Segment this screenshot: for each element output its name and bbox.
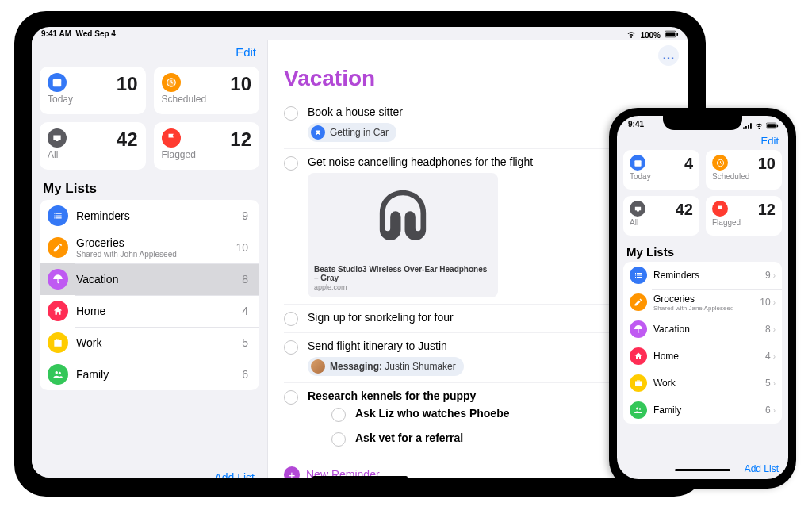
list-row-work[interactable]: Work 5›: [623, 370, 782, 397]
iphone-home-indicator: [675, 469, 730, 471]
add-list-button[interactable]: Add List: [40, 466, 259, 478]
list-row-home[interactable]: Home 4›: [623, 343, 782, 370]
checkbox[interactable]: [331, 432, 346, 447]
reminder-title: Sign up for snorkeling for four: [308, 311, 454, 324]
chevron-right-icon: ›: [773, 379, 776, 388]
svg-rect-14: [767, 124, 776, 128]
attachment-caption: Beats Studio3 Wireless Over-Ear Headphon…: [314, 265, 492, 282]
card-scheduled-label: Scheduled: [162, 94, 207, 105]
umbrella-icon: [630, 320, 647, 338]
list-count: 5: [765, 378, 771, 389]
clock-icon: [712, 155, 728, 171]
card-scheduled[interactable]: Scheduled 10: [154, 67, 260, 114]
list-row-groceries[interactable]: GroceriesShared with Jane Appleseed 10›: [623, 289, 782, 316]
svg-rect-1: [665, 32, 675, 36]
list-row-vacation[interactable]: Vacation 8›: [623, 316, 782, 343]
edit-button[interactable]: Edit: [236, 40, 259, 60]
list-icon: [630, 267, 647, 284]
pencil-icon: [48, 237, 68, 258]
people-icon: [48, 364, 68, 385]
link-attachment[interactable]: Beats Studio3 Wireless Over-Ear Headphon…: [308, 173, 498, 297]
card-flagged[interactable]: Flagged 12: [706, 196, 782, 236]
card-all[interactable]: All 42: [623, 196, 699, 236]
reminder-title: Get noise cancelling headphones for the …: [308, 155, 533, 168]
more-button[interactable]: …: [658, 45, 679, 66]
checkbox[interactable]: [284, 312, 298, 326]
add-list-button[interactable]: Add List: [623, 460, 782, 476]
list-subtitle: Shared with Jane Appleseed: [653, 305, 760, 312]
svg-point-8: [59, 372, 61, 374]
location-chip[interactable]: Getting in Car: [308, 123, 396, 142]
chevron-right-icon: ›: [773, 352, 776, 361]
card-scheduled-count: 10: [758, 155, 776, 173]
list-name: Family: [653, 405, 765, 416]
svg-rect-2: [676, 33, 678, 36]
list-subtitle: Shared with John Appleseed: [76, 250, 236, 259]
svg-rect-11: [748, 125, 749, 129]
ellipsis-icon: …: [662, 48, 675, 63]
card-all[interactable]: All 42: [40, 122, 146, 170]
briefcase-icon: [48, 332, 68, 353]
list-row-home[interactable]: Home 4: [40, 295, 259, 327]
mylists-container: Reminders 9 GroceriesShared with John Ap…: [40, 200, 259, 390]
svg-point-7: [56, 371, 59, 374]
list-name: Reminders: [653, 270, 765, 281]
ipad-device-frame: 9:41 AM Wed Sep 4 100% Edit Today 10: [14, 11, 706, 497]
checkbox[interactable]: [284, 340, 298, 355]
calendar-icon: [48, 73, 67, 92]
list-row-vacation[interactable]: Vacation 8: [40, 263, 259, 295]
card-all-count: 42: [117, 128, 138, 151]
clock-icon: [162, 73, 181, 92]
car-icon: [311, 125, 325, 140]
messaging-chip[interactable]: Messaging: Justin Shumaker: [308, 357, 464, 376]
list-row-reminders[interactable]: Reminders 9: [40, 200, 259, 232]
list-row-family[interactable]: Family 6›: [623, 397, 782, 424]
checkbox[interactable]: [331, 408, 346, 422]
svg-rect-10: [745, 126, 747, 129]
home-icon: [48, 301, 68, 321]
list-title: Vacation: [268, 66, 688, 99]
card-flagged-label: Flagged: [162, 149, 196, 160]
list-row-family[interactable]: Family 6: [40, 359, 259, 390]
checkbox[interactable]: [284, 156, 298, 171]
reminder-title: Send flight itinerary to Justin: [308, 339, 447, 352]
reminder-title: Book a house sitter: [308, 105, 403, 118]
list-name: Reminders: [76, 209, 242, 222]
svg-point-18: [636, 408, 638, 410]
card-scheduled-count: 10: [230, 73, 251, 95]
list-name: Home: [653, 351, 765, 362]
calendar-icon: [630, 155, 645, 171]
status-time: 9:41 AM: [41, 29, 71, 38]
attachment-source: apple.com: [314, 283, 492, 291]
people-icon: [630, 401, 647, 419]
mylists-container: Reminders 9› GroceriesShared with Jane A…: [623, 262, 782, 424]
card-today[interactable]: Today 10: [40, 67, 146, 114]
home-icon: [630, 347, 647, 365]
tray-icon: [48, 128, 67, 148]
card-today-label: Today: [48, 94, 73, 105]
list-row-groceries[interactable]: GroceriesShared with John Appleseed 10: [40, 232, 259, 263]
umbrella-icon: [48, 269, 68, 290]
card-scheduled[interactable]: Scheduled 10: [706, 150, 782, 190]
card-today[interactable]: Today 4: [623, 150, 699, 190]
card-flagged[interactable]: Flagged 12: [154, 122, 260, 170]
checkbox[interactable]: [284, 106, 298, 121]
list-row-work[interactable]: Work 5: [40, 327, 259, 359]
card-today-count: 4: [684, 155, 693, 173]
list-count: 4: [242, 305, 248, 317]
svg-point-19: [639, 408, 642, 410]
card-all-label: All: [630, 218, 645, 227]
checkbox[interactable]: [284, 390, 298, 405]
avatar-icon: [311, 359, 325, 374]
chevron-right-icon: ›: [773, 406, 776, 415]
list-row-reminders[interactable]: Reminders 9›: [623, 262, 782, 289]
wifi-icon: [755, 121, 764, 132]
list-count: 5: [242, 336, 248, 349]
attachment-image: [308, 173, 498, 260]
list-count: 10: [760, 297, 770, 308]
plus-icon: +: [284, 466, 300, 478]
card-all-label: All: [48, 149, 67, 160]
edit-button[interactable]: Edit: [761, 133, 782, 150]
svg-rect-15: [777, 125, 778, 127]
ipad-status-bar: 9:41 AM Wed Sep 4 100%: [32, 27, 688, 40]
